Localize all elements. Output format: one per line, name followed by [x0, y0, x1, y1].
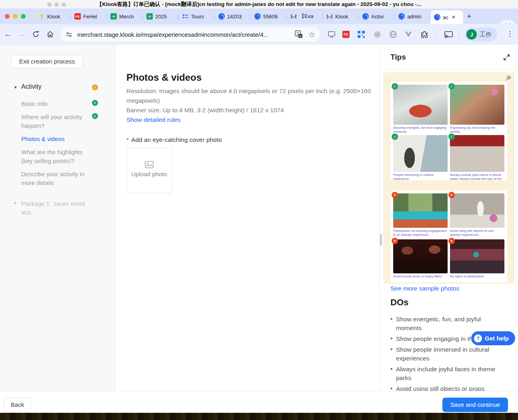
resolution-text-line1: Resolution: Images should be above 4.0 m…	[126, 86, 382, 96]
chrome-menu-icon[interactable]: ⋮	[506, 30, 514, 38]
cast-icon[interactable]	[443, 29, 454, 40]
sample-image	[450, 135, 504, 172]
dos-item: Show people immersed in cultural experie…	[390, 345, 507, 363]
back-button[interactable]: Back	[4, 398, 31, 412]
tips-scrollbar-thumb[interactable]	[380, 234, 382, 246]
sample-caption: Showing energetic, fun and engaging mome…	[393, 126, 448, 133]
translate-icon[interactable]: 文A	[295, 30, 303, 38]
lightbulb-icon	[38, 13, 45, 20]
browser-tab[interactable]: Tours	[178, 9, 214, 24]
upload-photo-label: Upload photo	[127, 171, 172, 177]
see-more-sample-photos-link[interactable]: See more sample photos	[390, 285, 459, 292]
sidebar-item-where[interactable]: Where will your activity happen?	[21, 113, 88, 130]
site-info-icon[interactable]	[66, 31, 72, 38]
sheets-icon	[146, 13, 153, 20]
check-badge-icon: ✓	[448, 83, 455, 90]
get-help-button[interactable]: ? Get help	[471, 331, 515, 345]
sidebar-item-basic-info[interactable]: Basic Info	[21, 100, 88, 108]
sample-photo-massage: ✓ Expressing joy and enjoying the activi…	[450, 85, 504, 133]
forward-button[interactable]: →	[18, 30, 25, 39]
klook-icon	[254, 13, 261, 20]
sample-caption: People immersing in cultural experience	[393, 173, 448, 180]
tips-title: Tips	[390, 53, 406, 62]
banner-size-text: Banner size: Up to 4 MB, 3:2 (width:heig…	[126, 105, 382, 115]
list-icon	[182, 13, 189, 20]
window-title: 【Klook客路】订单已确认 - [mock翻译后]cn testing for…	[97, 1, 422, 7]
pin-icon[interactable]	[505, 75, 511, 81]
collapse-triangle-icon[interactable]: ▾	[14, 85, 17, 90]
minimize-window-button[interactable]	[13, 14, 18, 19]
fe-icon: FE	[74, 13, 81, 20]
klook-icon	[362, 13, 369, 20]
creation-sidebar: Exit creation process ▾ Activity ! Basic…	[0, 45, 116, 413]
sheets-icon	[110, 13, 117, 20]
sample-image	[450, 85, 504, 125]
browser-tab[interactable]: 2025	[142, 9, 178, 24]
profile-chip[interactable]: J 工作	[465, 28, 497, 41]
expand-icon[interactable]	[503, 54, 510, 61]
sample-photo-carousel: ✕ No signs of participation	[450, 239, 504, 280]
browser-tab[interactable]: FE FeHel	[70, 9, 106, 24]
browser-tab[interactable]: Klook	[34, 9, 70, 24]
activity-warning-badge: !	[92, 84, 98, 90]
profile-label: 工作	[480, 31, 492, 38]
ext-monitor-icon[interactable]	[326, 29, 337, 40]
image-placeholder-icon	[127, 161, 172, 168]
sidebar-item-activity[interactable]: Activity	[21, 83, 42, 90]
sample-image	[393, 193, 448, 228]
extensions-puzzle-icon[interactable]	[419, 29, 430, 40]
sample-image	[450, 239, 504, 273]
tab-strip: Klook FE FeHel Merch 2025 Tours	[0, 9, 518, 24]
sample-photo-rafting: ✓ Showing energetic, fun and engaging mo…	[393, 85, 448, 133]
new-tab-button[interactable]: +	[463, 9, 475, 24]
x-badge-icon: ✕	[448, 192, 455, 198]
sidebar-item-photos-videos[interactable]: Photos & videos	[21, 135, 88, 143]
sample-caption: Expressing joy and enjoying the activity	[450, 126, 504, 133]
gmail-icon	[290, 13, 297, 20]
browser-tab-active[interactable]: ac ✕	[430, 10, 463, 24]
save-and-continue-button[interactable]: Save and continue	[442, 398, 508, 412]
sample-photo-canyon: ✕ Participants not showing engagement in…	[393, 193, 448, 238]
ext-globe-icon[interactable]	[388, 29, 398, 40]
sample-photo-themepark: ✓ Always include joyful faces in theme p…	[450, 135, 504, 180]
dos-item: Always include joyful faces in theme par…	[390, 365, 507, 382]
upload-photo-dropzone[interactable]: Upload photo	[126, 148, 172, 193]
sidebar-item-describe[interactable]: Describe your activity in more details	[21, 170, 88, 187]
sample-caption: Avoid moody shots or heavy filters	[393, 275, 448, 279]
show-detailed-rules-link[interactable]: Show detailed rules	[126, 116, 180, 123]
tab-close-icon[interactable]: ✕	[452, 14, 456, 20]
sample-caption: Avoid using still objects for any activi…	[450, 229, 504, 237]
expand-triangle-icon[interactable]: ▸	[14, 200, 17, 205]
browser-tab[interactable]: Merch	[106, 9, 142, 24]
browser-tab[interactable]: 55606	[250, 9, 286, 24]
exit-creation-button[interactable]: Exit creation process	[11, 55, 83, 68]
sidebar-item-highlights[interactable]: What are the highlights (key selling poi…	[21, 148, 88, 165]
sidebar-item-package-1[interactable]: Package 1: Janes email test	[21, 199, 88, 217]
zoom-window-button[interactable]	[21, 14, 26, 19]
dos-item: Show energetic, fun, and joyful moments	[390, 315, 507, 332]
check-badge-icon: ✓	[392, 83, 398, 90]
home-button[interactable]	[46, 30, 54, 38]
klook-icon	[398, 13, 405, 20]
close-window-button[interactable]	[5, 14, 10, 19]
ext-vue-icon[interactable]	[403, 29, 414, 40]
toolbar-divider	[459, 30, 460, 38]
bookmark-star-icon[interactable]: ☆	[308, 30, 315, 39]
back-button[interactable]: ←	[4, 30, 12, 39]
browser-tab[interactable]: Klook	[322, 9, 358, 24]
reload-button[interactable]	[32, 30, 40, 38]
x-badge-icon: ✕	[392, 192, 398, 198]
ext-fe-icon[interactable]: FE	[341, 29, 351, 40]
browser-tab[interactable]: admin	[394, 9, 430, 24]
ext-qr-icon[interactable]	[356, 29, 366, 40]
good-photos-grid: ✓ Showing energetic, fun and engaging mo…	[390, 82, 507, 180]
sample-image	[393, 135, 448, 172]
browser-tab[interactable]: 【Exa	[286, 9, 322, 24]
footer-bar: Back Save and continue	[0, 391, 518, 413]
ext-disabled-icon[interactable]: JS	[372, 29, 382, 40]
address-bar[interactable]: merchant.stage.klook.io/mspa/experiences…	[61, 27, 320, 42]
browser-tab[interactable]: 14203	[214, 9, 250, 24]
browser-tab[interactable]: Activi	[358, 9, 394, 24]
check-badge-icon: ✓	[392, 133, 398, 140]
url-text[interactable]: merchant.stage.klook.io/mspa/experiences…	[77, 31, 295, 38]
